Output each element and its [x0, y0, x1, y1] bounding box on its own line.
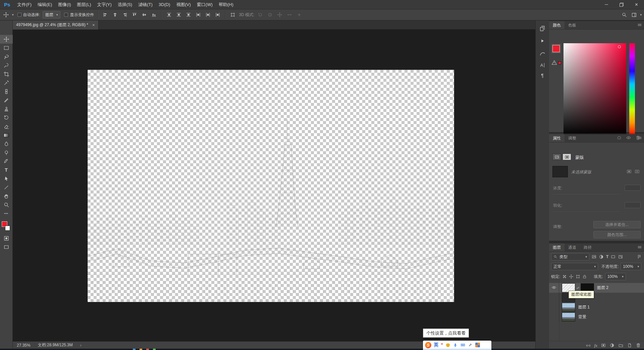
adjustment-layer-icon[interactable]	[609, 343, 615, 349]
3d-slide-icon[interactable]	[286, 11, 293, 18]
apply-mask-icon[interactable]	[616, 135, 622, 141]
history-brush-tool[interactable]	[0, 113, 13, 122]
layer-visibility-toggle[interactable]	[549, 283, 559, 293]
background-color-swatch[interactable]	[5, 226, 10, 231]
mask-thumbnail[interactable]	[552, 166, 568, 177]
show-transform-checkbox[interactable]: 显示变换控件	[64, 12, 94, 18]
align-bottom-button[interactable]	[150, 11, 158, 18]
menu-select[interactable]: 选择(S)	[115, 0, 135, 9]
select-and-mask-button[interactable]: 选择并遮住...	[593, 221, 641, 228]
density-slider[interactable]	[553, 193, 621, 194]
tab-swatches[interactable]: 色板	[565, 21, 580, 29]
density-value-box[interactable]	[625, 185, 641, 191]
filter-pixel-layers-icon[interactable]	[591, 254, 597, 259]
menu-window[interactable]: 窗口(W)	[194, 0, 216, 9]
color-range-button[interactable]: 颜色范围...	[593, 231, 641, 238]
ime-language-indicator[interactable]: 英	[434, 342, 438, 348]
3d-pan-icon[interactable]	[276, 11, 283, 18]
healing-brush-tool[interactable]	[0, 87, 13, 96]
sogou-logo[interactable]: S	[425, 342, 431, 348]
path-selection-tool[interactable]	[0, 174, 13, 183]
tool-preset-caret-icon[interactable]: ▾	[12, 13, 14, 16]
menu-image[interactable]: 图像(I)	[55, 0, 74, 9]
distribute-center-button[interactable]	[204, 11, 212, 18]
screen-mode-button[interactable]	[0, 243, 13, 251]
type-tool[interactable]: T	[0, 166, 13, 174]
move-tool-icon[interactable]	[2, 11, 10, 18]
menu-filter[interactable]: 滤镜(T)	[135, 0, 156, 9]
tab-color[interactable]: 颜色	[549, 21, 565, 29]
zoom-tool[interactable]	[0, 200, 13, 209]
actions-panel-icon[interactable]	[540, 38, 545, 45]
fill-value-box[interactable]: 100% ▾	[605, 273, 626, 280]
pen-tool[interactable]	[0, 157, 13, 166]
mask-properties-button[interactable]	[562, 154, 571, 160]
lock-transparent-pixels-icon[interactable]	[562, 274, 567, 279]
distribute-top-button[interactable]	[165, 11, 173, 18]
filter-adjustment-layers-icon[interactable]	[599, 254, 604, 259]
filter-smart-objects-icon[interactable]	[618, 254, 623, 259]
search-icon[interactable]	[621, 11, 628, 18]
filter-shape-layers-icon[interactable]	[610, 254, 616, 259]
layer-thumbnail[interactable]	[562, 312, 575, 322]
clone-stamp-tool[interactable]	[0, 105, 13, 113]
soft-keyboard-icon[interactable]	[460, 342, 466, 348]
hand-tool[interactable]	[0, 192, 13, 200]
close-button[interactable]: ×	[629, 0, 644, 9]
feather-value-box[interactable]	[625, 202, 641, 208]
lock-artboard-icon[interactable]	[576, 274, 580, 279]
3d-scale-icon[interactable]	[296, 11, 303, 18]
distribute-left-button[interactable]	[195, 11, 202, 18]
new-group-icon[interactable]	[618, 343, 624, 349]
mask-link-icon[interactable]	[576, 286, 580, 290]
status-menu-chevron[interactable]: ›	[80, 343, 82, 348]
link-layers-icon[interactable]	[586, 343, 591, 349]
eraser-tool[interactable]	[0, 122, 13, 131]
marquee-tool[interactable]	[0, 44, 13, 52]
tab-layers[interactable]: 图层	[549, 243, 565, 251]
new-layer-icon[interactable]	[627, 343, 632, 349]
lock-position-icon[interactable]	[569, 274, 574, 279]
menu-help[interactable]: 帮助(H)	[216, 0, 236, 9]
3d-panel-icon[interactable]	[539, 50, 546, 58]
layer-filter-dropdown[interactable]: 类型 ▾	[551, 253, 589, 260]
feather-slider[interactable]	[553, 211, 621, 212]
auto-select-checkbox[interactable]: 自动选择:	[17, 12, 40, 18]
disable-mask-icon[interactable]	[626, 135, 631, 141]
align-middle-button[interactable]	[141, 11, 148, 18]
delete-mask-icon[interactable]	[635, 135, 641, 141]
chevron-down-icon[interactable]: ▾	[640, 13, 642, 16]
voice-input-icon[interactable]	[453, 343, 458, 348]
hue-slider[interactable]	[629, 43, 635, 136]
zoom-level[interactable]: 27.35%	[17, 343, 31, 348]
checkbox-icon[interactable]	[64, 13, 68, 17]
saturation-brightness-field[interactable]	[564, 43, 626, 136]
add-vector-mask-button[interactable]	[634, 169, 640, 175]
layer-style-icon[interactable]: fx	[594, 343, 597, 348]
gamut-color-chip[interactable]	[558, 61, 561, 64]
load-selection-from-mask-icon[interactable]	[552, 135, 558, 141]
paragraph-panel-icon[interactable]: ¶	[541, 73, 544, 78]
move-tool[interactable]	[0, 35, 13, 44]
menu-layer[interactable]: 图层(L)	[74, 0, 94, 9]
align-top-button[interactable]	[131, 11, 138, 18]
brush-tool[interactable]	[0, 96, 13, 105]
menu-type[interactable]: 文字(Y)	[94, 0, 114, 9]
panel-menu-icon[interactable]	[637, 23, 642, 27]
eyedropper-tool[interactable]	[0, 78, 13, 87]
ime-toolbox-icon[interactable]	[475, 343, 480, 347]
canvas[interactable]	[13, 30, 535, 341]
lock-all-icon[interactable]	[582, 274, 587, 279]
layer-row[interactable]: 背景	[549, 312, 644, 322]
ime-punctuation-indicator[interactable]: ”	[441, 342, 443, 348]
distribute-middle-button[interactable]	[175, 11, 182, 18]
character-panel-icon[interactable]: A	[540, 63, 545, 67]
edit-toolbar-button[interactable]: •••	[0, 209, 13, 218]
foreground-color-swatch[interactable]	[552, 45, 560, 53]
3d-roll-icon[interactable]	[266, 11, 274, 18]
blend-mode-dropdown[interactable]: 正常 ▾	[551, 263, 598, 270]
menu-file[interactable]: 文件(F)	[14, 0, 35, 9]
auto-select-target-dropdown[interactable]: 图层 ▾	[43, 11, 61, 18]
auto-align-button[interactable]	[229, 11, 236, 18]
emoji-icon[interactable]	[445, 343, 450, 348]
